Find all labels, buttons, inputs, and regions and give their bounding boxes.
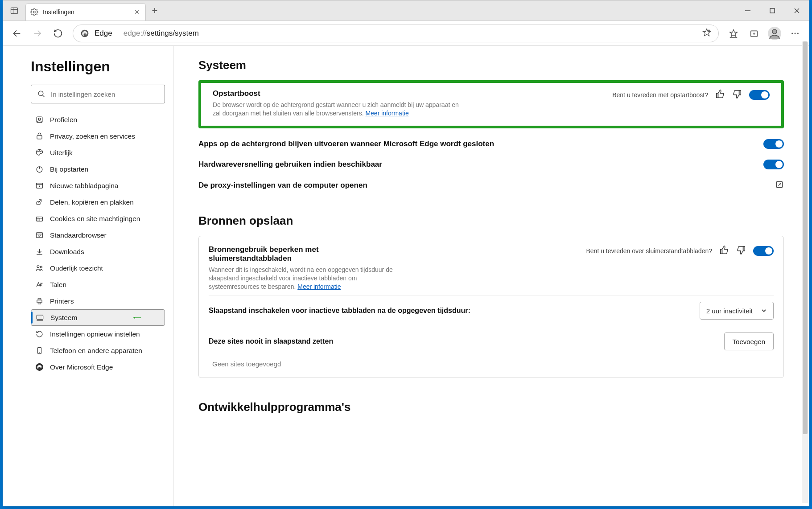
favorites-button[interactable] bbox=[724, 24, 743, 43]
sidebar-item-downloads[interactable]: Downloads bbox=[31, 243, 165, 260]
forward-button[interactable] bbox=[28, 24, 47, 43]
svg-point-31 bbox=[41, 151, 41, 152]
section-heading-systeem: Systeem bbox=[198, 58, 784, 72]
inactive-duration-row: Slaapstand inschakelen voor inactieve ta… bbox=[209, 295, 774, 326]
tab-close-button[interactable]: × bbox=[133, 8, 141, 16]
collections-button[interactable] bbox=[745, 24, 763, 43]
refresh-button[interactable] bbox=[49, 24, 67, 43]
startup-boost-link[interactable]: Meer informatie bbox=[365, 110, 408, 117]
sidebar-item-uiterlijk[interactable]: Uiterlijk bbox=[31, 144, 165, 161]
svg-rect-28 bbox=[37, 135, 42, 139]
thumbs-down-button[interactable] bbox=[736, 245, 746, 257]
sidebar-item-standaardbrowser[interactable]: Standaardbrowser bbox=[31, 227, 165, 243]
thumbs-up-button[interactable] bbox=[719, 245, 729, 257]
browser-tab[interactable]: Instellingen × bbox=[25, 3, 146, 21]
new-tab-button[interactable]: + bbox=[146, 0, 164, 21]
sidebar-item-profielen[interactable]: Profielen bbox=[31, 111, 165, 128]
sleep-tabs-feedback-q: Bent u tevreden over sluimerstandtabblad… bbox=[586, 247, 712, 254]
sidebar-item-privacy[interactable]: Privacy, zoeken en services bbox=[31, 128, 165, 144]
svg-point-24 bbox=[38, 91, 43, 96]
window-maximize-button[interactable] bbox=[760, 0, 784, 21]
window-close-button[interactable] bbox=[784, 0, 809, 21]
resources-card: Bronnengebruik beperken met sluimerstand… bbox=[198, 236, 784, 378]
address-bar[interactable]: Edge edge://settings/system bbox=[73, 25, 719, 42]
chevron-down-icon bbox=[761, 308, 767, 314]
svg-rect-60 bbox=[717, 93, 718, 98]
tab-title: Instellingen bbox=[43, 8, 128, 16]
startup-boost-toggle[interactable] bbox=[749, 90, 770, 100]
settings-sidebar: Instellingen Profielen Privacy, zoeken e… bbox=[3, 46, 173, 506]
svg-rect-53 bbox=[37, 315, 43, 320]
window-minimize-button[interactable] bbox=[735, 0, 760, 21]
scrollbar-thumb[interactable] bbox=[803, 41, 808, 434]
sleep-tabs-desc: Wanneer dit is ingeschakeld, wordt na ee… bbox=[209, 266, 400, 291]
add-favorite-button[interactable] bbox=[702, 28, 711, 39]
addr-url: edge://settings/system bbox=[124, 29, 199, 38]
search-icon bbox=[37, 90, 45, 98]
sidebar-item-talen[interactable]: Talen bbox=[31, 276, 165, 293]
sleep-tabs-title: Bronnengebruik beperken met sluimerstand… bbox=[209, 245, 400, 263]
sleep-tabs-link[interactable]: Meer informatie bbox=[297, 283, 341, 290]
scrollbar[interactable] bbox=[802, 41, 808, 503]
sidebar-item-over-edge[interactable]: Over Microsoft Edge bbox=[31, 359, 165, 375]
svg-point-30 bbox=[39, 151, 40, 152]
background-apps-toggle[interactable] bbox=[763, 139, 784, 149]
thumbs-up-button[interactable] bbox=[715, 89, 725, 101]
svg-marker-11 bbox=[703, 29, 711, 36]
inactive-duration-dropdown[interactable]: 2 uur inactiviteit bbox=[700, 302, 774, 320]
settings-main: Systeem Opstartboost De browser wordt op… bbox=[173, 46, 809, 506]
svg-point-23 bbox=[797, 33, 799, 34]
sidebar-item-telefoon[interactable]: Telefoon en andere apparaten bbox=[31, 342, 165, 359]
svg-rect-64 bbox=[721, 249, 722, 254]
settings-search[interactable] bbox=[31, 85, 165, 103]
svg-rect-61 bbox=[739, 90, 741, 95]
sidebar-title: Instellingen bbox=[31, 58, 165, 75]
back-button[interactable] bbox=[8, 24, 26, 43]
sleep-tabs-toggle[interactable] bbox=[753, 246, 774, 256]
sidebar-item-ouderlijk[interactable]: Ouderlijk toezicht bbox=[31, 260, 165, 276]
hardware-accel-toggle[interactable] bbox=[763, 160, 784, 169]
settings-search-input[interactable] bbox=[51, 90, 158, 98]
never-sleep-row: Deze sites nooit in slaapstand zetten To… bbox=[209, 326, 774, 357]
svg-line-63 bbox=[779, 183, 781, 185]
svg-rect-39 bbox=[36, 217, 42, 222]
thumbs-down-button[interactable] bbox=[732, 89, 742, 101]
tab-actions-button[interactable] bbox=[3, 0, 25, 21]
open-external-icon bbox=[775, 180, 784, 191]
addr-origin-label: Edge bbox=[95, 29, 118, 38]
svg-point-20 bbox=[772, 29, 777, 34]
startup-boost-feedback-q: Bent u tevreden met opstartboost? bbox=[612, 91, 708, 99]
sidebar-item-opstarten[interactable]: Bij opstarten bbox=[31, 161, 165, 177]
startup-boost-highlight: Opstartboost De browser wordt op de acht… bbox=[198, 80, 784, 128]
svg-rect-51 bbox=[38, 298, 41, 300]
background-apps-row: Apps op de achtergrond blijven uitvoeren… bbox=[198, 134, 784, 154]
svg-marker-14 bbox=[730, 29, 738, 37]
hardware-accel-row: Hardwareversnelling gebruiken indien bes… bbox=[198, 154, 784, 175]
profile-button[interactable] bbox=[765, 24, 784, 43]
section-heading-devtools: Ontwikkelhulpprogramma's bbox=[198, 400, 784, 414]
proxy-settings-row[interactable]: De proxy-instellingen van de computer op… bbox=[198, 175, 784, 196]
section-heading-bronnen: Bronnen opslaan bbox=[198, 214, 784, 228]
svg-rect-50 bbox=[37, 300, 42, 303]
svg-point-21 bbox=[791, 33, 793, 34]
svg-marker-56 bbox=[133, 317, 135, 319]
svg-rect-5 bbox=[770, 8, 775, 13]
no-sites-text: Geen sites toegevoegd bbox=[209, 357, 774, 368]
annotation-arrow-icon bbox=[133, 313, 141, 322]
svg-point-47 bbox=[37, 266, 39, 268]
add-site-button[interactable]: Toevoegen bbox=[724, 332, 774, 350]
edge-window: Instellingen × + Edge edge://settings/sy… bbox=[3, 0, 809, 506]
titlebar: Instellingen × + bbox=[3, 0, 809, 21]
edge-logo-icon bbox=[80, 29, 89, 38]
toolbar: Edge edge://settings/system bbox=[3, 21, 809, 46]
sidebar-item-systeem[interactable]: Systeem bbox=[31, 309, 165, 326]
startup-boost-desc: De browser wordt op de achtergrond gesta… bbox=[213, 101, 462, 118]
more-button[interactable] bbox=[786, 24, 804, 43]
sidebar-item-nieuw-tabblad[interactable]: Nieuwe tabbladpagina bbox=[31, 177, 165, 194]
sidebar-item-delen[interactable]: Delen, kopiëren en plakken bbox=[31, 194, 165, 210]
svg-rect-0 bbox=[11, 8, 18, 13]
sidebar-item-reset[interactable]: Instellingen opnieuw instellen bbox=[31, 326, 165, 342]
sidebar-item-cookies[interactable]: Cookies en site machtigingen bbox=[31, 210, 165, 227]
svg-point-3 bbox=[33, 11, 36, 13]
sidebar-item-printers[interactable]: Printers bbox=[31, 293, 165, 309]
